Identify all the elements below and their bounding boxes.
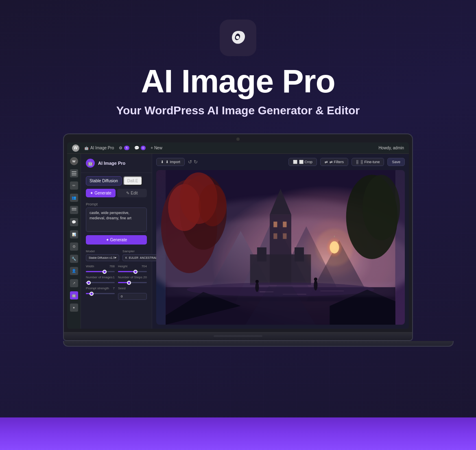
sidebar-icon-10[interactable]: ↗ bbox=[70, 279, 78, 287]
num-steps-value: 20 bbox=[143, 275, 147, 279]
chevron-down-icon: ▾ bbox=[115, 256, 116, 260]
seed-label: Seed bbox=[118, 286, 126, 290]
svg-point-40 bbox=[314, 277, 317, 281]
wp-bar-updates: ⚙ 5 bbox=[119, 146, 129, 150]
redo-btn[interactable]: ↻ bbox=[194, 159, 198, 165]
tab-dalle[interactable]: Dall.E bbox=[123, 176, 142, 186]
wp-logo: W bbox=[72, 144, 79, 152]
num-steps-group: Number of Steps 20 bbox=[118, 275, 147, 283]
width-slider-group: Width 768 bbox=[86, 264, 115, 272]
svg-rect-14 bbox=[283, 233, 286, 239]
wp-bar-new: + New bbox=[151, 146, 162, 150]
prompt-input[interactable]: castle, wide perspective, medieval, drea… bbox=[86, 208, 147, 232]
images-steps-row: Number of Images 1 Number of bbox=[86, 275, 147, 283]
sidebar-icon-plugin-active[interactable]: 🤖 bbox=[70, 291, 78, 299]
prompt-strength-value: 7 bbox=[113, 286, 115, 290]
sidebar-icon-4[interactable] bbox=[70, 206, 78, 214]
model-sampler-row: Model Stable Diffusion v1.5 ▾ Sampler K_… bbox=[86, 249, 147, 261]
import-btn[interactable]: ⬇ ⬇ Import bbox=[156, 158, 185, 166]
num-images-group: Number of Images 1 bbox=[86, 275, 115, 283]
prompt-strength-slider[interactable] bbox=[86, 293, 115, 294]
sidebar-icon-11[interactable]: ● bbox=[70, 304, 78, 312]
laptop-trackpad-notch bbox=[214, 335, 262, 337]
num-steps-slider[interactable] bbox=[118, 282, 147, 283]
generate-tab-btn[interactable]: ✦ Generate bbox=[86, 189, 116, 197]
filters-btn[interactable]: ⇄ ⇄ Filters bbox=[320, 158, 348, 166]
generate-icon: ✦ bbox=[90, 191, 93, 195]
svg-rect-13 bbox=[273, 233, 277, 239]
model-select[interactable]: Stable Diffusion v1.5 ▾ bbox=[86, 254, 119, 261]
svg-point-27 bbox=[199, 184, 227, 227]
sidebar-icon-7[interactable]: ⚙ bbox=[70, 242, 78, 251]
crop-btn[interactable]: ⬜ ⬜ Crop bbox=[288, 158, 317, 166]
prompt-area: Prompt castle, wide perspective, medieva… bbox=[86, 202, 147, 232]
strength-seed-row: Prompt strength 7 Seed bbox=[86, 286, 147, 300]
generated-image-area bbox=[156, 170, 405, 325]
edit-tab-btn[interactable]: ✎ Edit bbox=[117, 189, 147, 197]
laptop-camera bbox=[236, 138, 240, 141]
sidebar-icon-5[interactable]: 💬 bbox=[70, 218, 78, 226]
sidebar-icon-3[interactable]: 👥 bbox=[70, 194, 78, 202]
sidebar-icon-8[interactable]: 🔧 bbox=[70, 255, 78, 263]
num-steps-label: Number of Steps bbox=[118, 275, 142, 279]
prompt-label: Prompt bbox=[86, 202, 147, 206]
castle-scene-svg bbox=[156, 170, 405, 325]
wp-bar-comments: 💬 0 bbox=[134, 146, 146, 150]
wp-admin-bar: W 🤖 AI Image Pro ⚙ 5 💬 0 + New bbox=[67, 142, 409, 154]
svg-rect-12 bbox=[283, 222, 286, 227]
svg-rect-42 bbox=[166, 282, 395, 297]
dimensions-row: Width 768 Height bbox=[86, 264, 147, 272]
app-icon bbox=[220, 20, 256, 56]
sidebar-icon-9[interactable]: 👤 bbox=[70, 267, 78, 275]
height-value: 704 bbox=[142, 264, 147, 268]
svg-rect-11 bbox=[273, 222, 277, 227]
sidebar-icon-wp: W bbox=[70, 157, 78, 165]
svg-point-0 bbox=[236, 36, 239, 39]
finetune-btn[interactable]: ⣿ ⣿ Fine-tune bbox=[352, 158, 384, 166]
width-value: 768 bbox=[109, 264, 115, 268]
wp-bar-user: Howdy, admin bbox=[378, 146, 404, 150]
app-controls-panel: 🤖 AI Image Pro Stable Diffusion Dall.E bbox=[81, 154, 152, 329]
svg-rect-17 bbox=[295, 247, 304, 262]
sidebar-icon-2[interactable]: ✏ bbox=[70, 181, 78, 190]
filters-icon: ⇄ bbox=[325, 160, 328, 164]
width-slider[interactable] bbox=[86, 271, 115, 272]
app-layout: W ✏ 👥 bbox=[67, 154, 409, 329]
plugin-title: AI Image Pro bbox=[98, 161, 125, 166]
ai-icon-small: 🤖 bbox=[84, 146, 89, 150]
image-toolbar: ⬇ ⬇ Import ↺ ↻ ⬜ ⬜ Crop bbox=[156, 158, 405, 166]
height-label: Height bbox=[118, 264, 127, 268]
width-label: Width bbox=[86, 264, 94, 268]
plugin-header: 🤖 AI Image Pro bbox=[81, 159, 152, 173]
wp-bar-site: 🤖 AI Image Pro bbox=[84, 146, 114, 150]
page-wrapper: AI Image Pro Your WordPress AI Image Gen… bbox=[0, 0, 476, 450]
finetune-icon: ⣿ bbox=[356, 160, 359, 164]
num-images-slider[interactable] bbox=[86, 282, 115, 283]
sidebar-icon-6[interactable]: 📊 bbox=[70, 230, 78, 238]
svg-point-29 bbox=[362, 175, 400, 240]
sidebar-icon-1[interactable] bbox=[70, 169, 78, 177]
generate-action-btn[interactable]: ✦ Generate bbox=[86, 235, 147, 245]
num-images-value: 1 bbox=[113, 275, 115, 279]
save-btn[interactable]: Save bbox=[387, 158, 405, 166]
model-tabs: Stable Diffusion Dall.E bbox=[81, 176, 152, 186]
model-field: Model Stable Diffusion v1.5 ▾ bbox=[86, 249, 119, 261]
laptop-base bbox=[63, 332, 413, 341]
crop-icon: ⬜ bbox=[293, 160, 297, 164]
main-content: ⬇ ⬇ Import ↺ ↻ ⬜ ⬜ Crop bbox=[152, 154, 409, 329]
generate-edit-toggle: ✦ Generate ✎ Edit bbox=[81, 189, 152, 197]
laptop-mockup: W 🤖 AI Image Pro ⚙ 5 💬 0 + New bbox=[63, 133, 413, 347]
wp-sidebar: W ✏ 👥 bbox=[67, 154, 81, 329]
seed-input[interactable]: 0 bbox=[118, 293, 147, 300]
tab-stable-diffusion[interactable]: Stable Diffusion bbox=[86, 176, 122, 186]
purple-strip bbox=[0, 417, 476, 450]
height-slider-group: Height 704 bbox=[118, 264, 147, 272]
laptop-bottom-bar bbox=[63, 341, 454, 347]
undo-btn[interactable]: ↺ bbox=[188, 159, 192, 165]
plugin-logo: 🤖 bbox=[86, 159, 95, 168]
prompt-strength-group: Prompt strength 7 bbox=[86, 286, 115, 300]
height-slider[interactable] bbox=[118, 271, 147, 272]
svg-rect-16 bbox=[257, 247, 266, 262]
main-title: AI Image Pro bbox=[141, 63, 335, 100]
seed-group: Seed 0 bbox=[118, 286, 147, 300]
